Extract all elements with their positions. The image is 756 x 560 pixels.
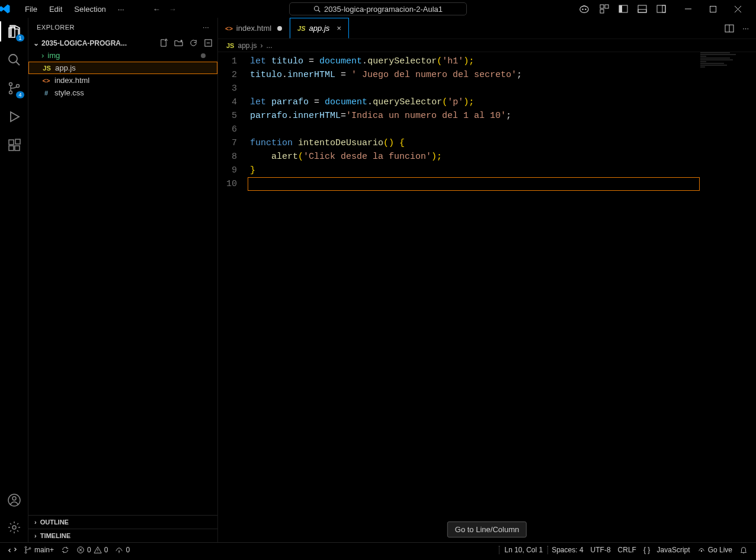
explorer-sidebar: EXPLORER ··· ⌄ 2035-LOGICA-PROGRA... › i… xyxy=(28,18,218,542)
svg-point-0 xyxy=(314,7,319,11)
svg-rect-5 xyxy=(600,5,604,8)
tab-label: index.html xyxy=(236,24,271,33)
code-editor[interactable]: 12345678910 let titulo = document.queryS… xyxy=(218,52,756,542)
svg-rect-23 xyxy=(9,140,14,145)
window-maximize-icon[interactable] xyxy=(700,0,725,18)
activity-extensions-icon[interactable] xyxy=(5,136,23,154)
editor-more-icon[interactable]: ··· xyxy=(742,24,749,33)
explorer-title: EXPLORER xyxy=(37,24,75,31)
eol[interactable]: CRLF xyxy=(614,546,640,554)
svg-point-22 xyxy=(16,85,19,88)
menu-more-icon[interactable]: ··· xyxy=(113,2,129,16)
svg-rect-12 xyxy=(657,5,665,12)
tree-folder-img[interactable]: › img xyxy=(28,49,217,62)
svg-point-42 xyxy=(119,550,120,551)
close-tab-icon[interactable]: × xyxy=(337,24,341,33)
svg-rect-7 xyxy=(600,9,604,13)
html-file-icon: <> xyxy=(225,25,233,32)
notifications-icon[interactable] xyxy=(736,546,751,554)
svg-line-19 xyxy=(16,62,20,65)
language-mode[interactable]: { } JavaScript xyxy=(640,546,694,554)
activity-account-icon[interactable] xyxy=(5,491,23,509)
collapse-icon[interactable] xyxy=(204,39,213,47)
titlebar: File Edit Selection ··· ← → 2035-logica-… xyxy=(0,0,756,18)
cursor-position[interactable]: Ln 10, Col 1 xyxy=(499,546,548,554)
new-folder-icon[interactable] xyxy=(174,39,183,47)
menu-file[interactable]: File xyxy=(20,2,42,16)
encoding[interactable]: UTF-8 xyxy=(587,546,614,554)
html-file-icon: <> xyxy=(41,77,51,84)
outline-section[interactable]: › OUTLINE xyxy=(28,515,217,529)
svg-rect-25 xyxy=(15,146,20,151)
svg-rect-15 xyxy=(710,6,716,12)
remote-icon[interactable] xyxy=(5,546,20,554)
modified-dot-icon xyxy=(201,53,206,58)
git-branch[interactable]: main+ xyxy=(20,546,57,554)
tree-file-indexhtml[interactable]: <> index.html xyxy=(28,74,217,87)
activity-debug-icon[interactable] xyxy=(5,108,23,126)
activity-scm-icon[interactable]: 4 xyxy=(5,79,23,97)
svg-rect-9 xyxy=(619,5,622,12)
breadcrumb[interactable]: JS app.js › ... xyxy=(218,39,756,52)
svg-point-41 xyxy=(97,552,98,552)
file-label: app.js xyxy=(55,63,76,72)
minimap[interactable] xyxy=(700,52,748,542)
panel-bottom-icon[interactable] xyxy=(638,4,647,14)
refresh-icon[interactable] xyxy=(189,39,198,47)
nav-back-icon[interactable]: ← xyxy=(153,5,161,14)
menu-edit[interactable]: Edit xyxy=(44,2,67,16)
tab-appjs[interactable]: JS app.js × xyxy=(290,18,349,39)
js-file-icon: JS xyxy=(42,65,52,72)
copilot-icon[interactable] xyxy=(578,4,590,14)
layout-customize-icon[interactable] xyxy=(600,4,609,14)
svg-point-2 xyxy=(580,6,588,12)
js-file-icon: JS xyxy=(226,42,234,49)
chevron-right-icon: › xyxy=(41,51,44,60)
svg-point-43 xyxy=(700,550,702,552)
chevron-down-icon: ⌄ xyxy=(33,39,39,47)
tab-label: app.js xyxy=(309,24,330,33)
split-editor-icon[interactable] xyxy=(725,24,734,33)
editor-group: <> index.html JS app.js × ··· JS app.js … xyxy=(218,18,756,542)
menu-bar: File Edit Selection ··· xyxy=(20,2,129,16)
activity-bar: 1 4 xyxy=(0,18,28,542)
file-label: style.css xyxy=(55,88,84,97)
window-close-icon[interactable] xyxy=(725,0,750,18)
svg-point-18 xyxy=(9,55,17,63)
sync-icon[interactable] xyxy=(57,546,73,554)
explorer-badge: 1 xyxy=(16,34,24,41)
tree-file-stylecss[interactable]: # style.css xyxy=(28,87,217,99)
folder-header[interactable]: ⌄ 2035-LOGICA-PROGRA... xyxy=(28,37,217,49)
status-bar: main+ 0 0 0 Ln 10, Col 1 Spaces: 4 UTF-8… xyxy=(0,542,756,556)
tree-file-appjs[interactable]: JS app.js xyxy=(28,62,217,74)
svg-point-3 xyxy=(582,9,583,10)
code-content[interactable]: let titulo = document.querySelector('h1'… xyxy=(246,52,756,542)
svg-rect-6 xyxy=(605,5,608,8)
chevron-right-icon: › xyxy=(34,519,37,526)
timeline-section[interactable]: › TIMELINE xyxy=(28,529,217,542)
window-minimize-icon[interactable] xyxy=(675,0,700,18)
command-center-text: 2035-logica-programacion-2-Aula1 xyxy=(324,5,443,14)
menu-selection[interactable]: Selection xyxy=(69,2,110,16)
new-file-icon[interactable] xyxy=(159,39,168,47)
problems[interactable]: 0 0 xyxy=(73,546,111,554)
nav-forward-icon[interactable]: → xyxy=(169,5,177,14)
svg-point-35 xyxy=(25,552,27,553)
search-icon xyxy=(313,5,321,12)
goto-line-tooltip: Go to Line/Column xyxy=(447,521,527,537)
ports[interactable]: 0 xyxy=(111,546,133,554)
panel-right-icon[interactable] xyxy=(656,4,666,14)
scm-badge: 4 xyxy=(16,91,24,98)
indent[interactable]: Spaces: 4 xyxy=(548,546,587,554)
svg-rect-10 xyxy=(638,5,646,12)
go-live[interactable]: Go Live xyxy=(694,546,736,554)
tab-indexhtml[interactable]: <> index.html xyxy=(218,18,290,39)
css-file-icon: # xyxy=(41,89,51,97)
command-center[interactable]: 2035-logica-programacion-2-Aula1 xyxy=(289,2,467,15)
activity-settings-icon[interactable] xyxy=(5,519,23,536)
activity-explorer-icon[interactable]: 1 xyxy=(5,23,23,40)
nav-arrows: ← → xyxy=(153,5,177,14)
panel-left-icon[interactable] xyxy=(619,4,628,14)
activity-search-icon[interactable] xyxy=(5,51,23,69)
explorer-more-icon[interactable]: ··· xyxy=(203,24,209,31)
